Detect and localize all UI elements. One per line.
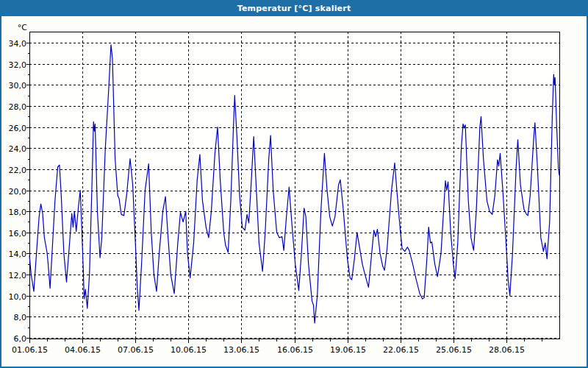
x-axis-label: 01.06.15	[12, 345, 48, 355]
y-axis-label: 12,0	[9, 271, 27, 280]
y-axis-label: 6,0	[14, 334, 27, 344]
y-axis-label: 22,0	[9, 166, 27, 175]
x-axis-label: 16.06.15	[277, 345, 313, 355]
x-axis-label: 28.06.15	[489, 345, 525, 355]
x-axis-label: 04.06.15	[65, 345, 101, 355]
temperature-chart: 34,032,030,028,026,024,022,020,018,016,0…	[0, 16, 588, 368]
y-axis-label: 28,0	[9, 102, 27, 112]
x-axis-label: 10.06.15	[171, 345, 207, 355]
y-axis-label: 32,0	[9, 60, 27, 70]
y-axis-label: 34,0	[9, 39, 27, 49]
y-axis-label: 16,0	[9, 229, 27, 238]
y-axis-label: 26,0	[9, 124, 27, 133]
title-bar: Temperatur [°C] skaliert	[0, 0, 588, 16]
chart-title: Temperatur [°C] skaliert	[237, 4, 351, 13]
y-axis-label: 10,0	[9, 292, 27, 302]
y-axis-unit-label: °C	[18, 23, 28, 32]
x-axis-label: 07.06.15	[118, 345, 154, 355]
x-axis-label: 25.06.15	[436, 345, 472, 355]
y-axis-label: 24,0	[9, 144, 27, 154]
y-axis-label: 14,0	[9, 250, 27, 259]
y-axis-label: 20,0	[9, 187, 27, 197]
x-axis-label: 19.06.15	[330, 345, 366, 355]
chart-window: Temperatur [°C] skaliert 34,032,030,028,…	[0, 0, 588, 368]
x-axis-label: 13.06.15	[223, 345, 259, 355]
y-axis-label: 8,0	[14, 313, 27, 322]
y-axis-label: 30,0	[9, 81, 27, 91]
x-axis-label: 22.06.15	[383, 345, 419, 355]
chart-area: 34,032,030,028,026,024,022,020,018,016,0…	[0, 16, 588, 368]
y-axis-label: 18,0	[9, 208, 27, 217]
